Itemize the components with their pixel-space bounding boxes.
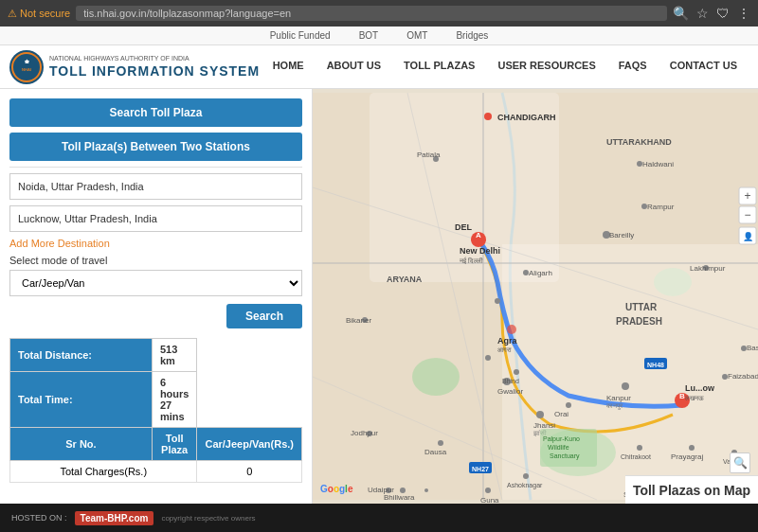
browser-icons: 🔍 ☆ 🛡 ⋮ bbox=[673, 6, 750, 21]
col-srno: Sr No. bbox=[10, 428, 153, 461]
svg-point-35 bbox=[507, 325, 516, 334]
nhai-logo-icon: 🛣 NHAI bbox=[9, 50, 44, 84]
svg-text:Haldwani: Haldwani bbox=[642, 160, 674, 168]
secondary-nav-bot[interactable]: BOT bbox=[359, 30, 379, 41]
search-button[interactable]: Search bbox=[226, 304, 302, 328]
map-area[interactable]: CHANDIGARH A New Delhi नई दिल्ली DEL Pat… bbox=[313, 89, 758, 504]
secondary-nav: Public Funded BOT OMT Bridges bbox=[0, 27, 758, 45]
svg-text:Dausa: Dausa bbox=[424, 448, 447, 456]
svg-text:−: − bbox=[744, 208, 750, 222]
nav-user-resources[interactable]: USER RESOURCES bbox=[486, 45, 606, 89]
svg-text:🛣: 🛣 bbox=[25, 59, 29, 64]
svg-text:ARYANA: ARYANA bbox=[387, 275, 423, 284]
time-value: 6 hours 27 mins bbox=[152, 372, 197, 428]
mode-label: Select mode of travel bbox=[9, 255, 302, 266]
search-icon[interactable]: 🔍 bbox=[673, 6, 689, 21]
svg-point-38 bbox=[495, 298, 500, 304]
svg-point-5 bbox=[412, 358, 460, 396]
svg-text:Aligarh: Aligarh bbox=[529, 269, 552, 277]
svg-text:UTTARAKHAND: UTTARAKHAND bbox=[606, 137, 672, 147]
distance-label: Total Distance: bbox=[10, 339, 153, 372]
svg-point-54 bbox=[536, 411, 544, 418]
destination-input[interactable] bbox=[9, 205, 302, 232]
not-secure-indicator: ⚠ Not secure bbox=[8, 8, 70, 20]
svg-text:👤: 👤 bbox=[743, 231, 754, 242]
svg-text:Jodhpur: Jodhpur bbox=[351, 429, 378, 437]
secondary-nav-public[interactable]: Public Funded bbox=[270, 30, 331, 41]
svg-point-61 bbox=[485, 355, 491, 361]
copyright-text: copyright respective owners bbox=[161, 514, 255, 523]
svg-text:Guna: Guna bbox=[480, 496, 499, 504]
logo-text: NATIONAL HIGHWAYS AUTHORITY OF INDIA TOL… bbox=[49, 55, 260, 78]
svg-point-14 bbox=[484, 113, 492, 120]
team-bhp-logo: Team-BHP.com bbox=[75, 511, 154, 525]
secondary-nav-bridges[interactable]: Bridges bbox=[456, 30, 488, 41]
system-name: TOLL INFORMATION SYSTEM bbox=[49, 63, 260, 79]
results-table: Total Distance: 513 km Total Time: 6 hou… bbox=[9, 338, 302, 483]
svg-text:DEL: DEL bbox=[455, 222, 473, 232]
svg-point-43 bbox=[622, 382, 629, 390]
origin-input[interactable] bbox=[9, 173, 302, 200]
bookmark-icon[interactable]: ☆ bbox=[696, 6, 709, 21]
svg-point-86 bbox=[424, 488, 428, 492]
nav-home[interactable]: HOME bbox=[262, 45, 316, 89]
svg-text:A: A bbox=[476, 231, 481, 239]
distance-value: 513 km bbox=[152, 339, 197, 372]
menu-icon[interactable]: ⋮ bbox=[737, 6, 750, 21]
table-header-row: Sr No. Toll Plaza Car/Jeep/Van(Rs.) bbox=[10, 428, 302, 461]
svg-text:नई दिल्ली: नई दिल्ली bbox=[459, 257, 483, 265]
nav-contact[interactable]: CONTACT US bbox=[659, 45, 749, 89]
divider bbox=[9, 167, 302, 168]
svg-point-57 bbox=[566, 402, 571, 408]
secondary-nav-omt[interactable]: OMT bbox=[406, 30, 427, 41]
svg-text:Lu...ow: Lu...ow bbox=[685, 383, 715, 393]
svg-text:Wildlife: Wildlife bbox=[548, 444, 569, 451]
svg-text:Rampur: Rampur bbox=[647, 203, 675, 211]
url-bar[interactable]: tis.nhai.gov.in/tollplazasonmap?language… bbox=[76, 6, 667, 21]
svg-text:Jhansi: Jhansi bbox=[533, 421, 555, 430]
hosted-label: HOSTED ON : bbox=[11, 513, 67, 523]
svg-point-72 bbox=[637, 445, 642, 451]
svg-text:Lakhimpur: Lakhimpur bbox=[690, 264, 726, 273]
svg-text:NH48: NH48 bbox=[647, 362, 664, 368]
svg-text:Bhillwara: Bhillwara bbox=[384, 493, 415, 502]
time-row: Total Time: 6 hours 27 mins bbox=[10, 372, 302, 428]
search-row: Search bbox=[9, 304, 302, 328]
svg-text:+: + bbox=[744, 189, 750, 203]
map-search-icon-button[interactable]: 🔍 bbox=[730, 452, 750, 473]
svg-text:Chitrakoot: Chitrakoot bbox=[621, 453, 651, 460]
logo: 🛣 NHAI NATIONAL HIGHWAYS AUTHORITY OF IN… bbox=[9, 50, 260, 84]
col-carjeep: Car/Jeep/Van(Rs.) bbox=[197, 428, 302, 461]
nav-links: HOME ABOUT US TOLL PLAZAS USER RESOURCES… bbox=[262, 45, 749, 89]
nav-faqs[interactable]: FAQS bbox=[607, 45, 659, 89]
sidebar: Search Toll Plaza Toll Plaza(s) Between … bbox=[0, 89, 313, 504]
toll-between-stations-button[interactable]: Toll Plaza(s) Between Two Stations bbox=[9, 133, 302, 161]
svg-text:UTTAR: UTTAR bbox=[625, 302, 658, 312]
add-destination-link[interactable]: Add More Destination bbox=[9, 238, 302, 249]
svg-text:Google: Google bbox=[320, 484, 353, 494]
nav-toll-plazas[interactable]: TOLL PLAZAS bbox=[392, 45, 486, 89]
svg-text:NH27: NH27 bbox=[472, 466, 489, 472]
svg-text:Orai: Orai bbox=[554, 410, 568, 418]
nav-about[interactable]: ABOUT US bbox=[316, 45, 392, 89]
map-bottom-label: Toll Plazas on Map bbox=[625, 475, 758, 504]
browser-bar: ⚠ Not secure tis.nhai.gov.in/tollplazaso… bbox=[0, 0, 758, 27]
svg-text:Kanpur: Kanpur bbox=[606, 394, 631, 402]
svg-text:Sanctuary: Sanctuary bbox=[550, 452, 580, 460]
svg-text:Palpur-Kuno: Palpur-Kuno bbox=[543, 435, 580, 443]
travel-mode-select[interactable]: Car/Jeep/Van bbox=[9, 270, 302, 296]
svg-text:Patiala: Patiala bbox=[417, 151, 441, 159]
total-charges-value: 0 bbox=[197, 461, 302, 483]
distance-row: Total Distance: 513 km bbox=[10, 339, 302, 372]
shield-icon: 🛡 bbox=[716, 6, 730, 21]
svg-text:Agra: Agra bbox=[497, 336, 517, 346]
svg-text:Bareilly: Bareilly bbox=[609, 231, 634, 239]
search-toll-plaza-button[interactable]: Search Toll Plaza bbox=[9, 98, 302, 127]
svg-text:आगरा: आगरा bbox=[497, 346, 512, 353]
footer-bar: HOSTED ON : Team-BHP.com copyright respe… bbox=[0, 504, 758, 532]
svg-text:CHANDIGARH: CHANDIGARH bbox=[497, 113, 556, 122]
col-tollplaza: Toll Plaza bbox=[152, 428, 197, 461]
svg-text:Prayagraj: Prayagraj bbox=[671, 452, 703, 461]
map-container[interactable]: CHANDIGARH A New Delhi नई दिल्ली DEL Pat… bbox=[313, 89, 758, 504]
svg-point-68 bbox=[689, 445, 695, 451]
